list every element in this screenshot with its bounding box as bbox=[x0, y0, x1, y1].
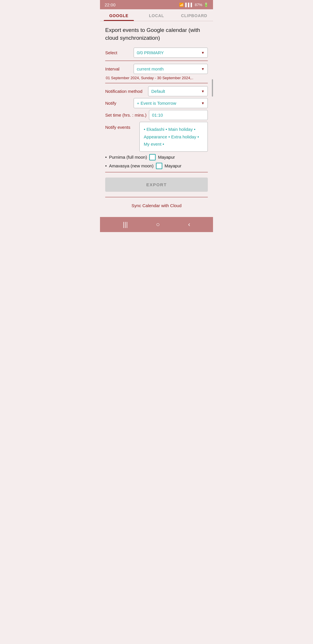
divider-1 bbox=[105, 61, 208, 61]
notify-events-label: Notify events bbox=[105, 122, 137, 130]
status-time: 22:00 bbox=[105, 2, 116, 7]
notify-row: Notify + Event is Tomorrow ▼ bbox=[105, 98, 208, 108]
select-arrow-icon: ▼ bbox=[201, 51, 205, 55]
notification-method-dropdown[interactable]: Default ▼ bbox=[148, 86, 208, 96]
main-content: Export events to Google calendar (with c… bbox=[100, 21, 213, 214]
set-time-value: 01:10 bbox=[152, 113, 163, 117]
battery-icon: 🔋 bbox=[204, 3, 208, 7]
select-row: Select 0/0 PRIMARY ▼ bbox=[105, 48, 208, 58]
notify-events-row: Notify events • Ekadashi • Main holiday … bbox=[105, 122, 208, 152]
home-nav-icon[interactable]: ○ bbox=[156, 221, 160, 228]
interval-arrow-icon: ▼ bbox=[201, 67, 205, 71]
purnima-checkbox[interactable] bbox=[149, 154, 156, 160]
battery-label: 87% bbox=[195, 3, 202, 7]
interval-label: Interval bbox=[105, 66, 131, 71]
tab-clipboard[interactable]: CLIPBOARD bbox=[175, 9, 213, 21]
page-title: Export events to Google calendar (with c… bbox=[105, 26, 208, 42]
purnima-mayapur-label: Mayapur bbox=[158, 155, 175, 160]
notification-method-value: Default bbox=[151, 89, 165, 94]
interval-dropdown[interactable]: current month ▼ bbox=[134, 64, 208, 74]
amavasya-label: Amavasya (new moon) bbox=[109, 163, 153, 168]
amavasya-mayapur-label: Mayapur bbox=[165, 163, 181, 168]
set-time-input[interactable]: 01:10 bbox=[149, 110, 208, 120]
select-dropdown[interactable]: 0/0 PRIMARY ▼ bbox=[134, 48, 208, 58]
amavasya-checkbox[interactable] bbox=[156, 163, 162, 169]
notification-method-row: Notification method Default ▼ bbox=[105, 86, 208, 96]
notify-arrow-icon: ▼ bbox=[201, 101, 205, 105]
notify-events-items: • Ekadashi • Main holiday • Appearance •… bbox=[144, 127, 199, 146]
select-value: 0/0 PRIMARY bbox=[137, 50, 164, 55]
signal-icon: ▌▌▌ bbox=[185, 3, 193, 7]
notification-method-label: Notification method bbox=[105, 89, 146, 94]
amavasya-bullet: • bbox=[105, 163, 107, 168]
export-button[interactable]: EXPORT bbox=[105, 178, 208, 192]
wifi-icon: 📶 bbox=[179, 3, 184, 7]
set-time-label: Set time (hrs. : mins.) bbox=[105, 113, 147, 117]
divider-4 bbox=[105, 197, 208, 197]
status-icons: 📶 ▌▌▌ 87% 🔋 bbox=[179, 3, 208, 7]
date-range: 01 September 2024, Sunday - 30 September… bbox=[106, 76, 208, 80]
divider-2 bbox=[105, 83, 208, 83]
content-wrapper: Export events to Google calendar (with c… bbox=[100, 21, 213, 217]
menu-nav-icon[interactable]: ||| bbox=[123, 221, 128, 228]
notify-events-box[interactable]: • Ekadashi • Main holiday • Appearance •… bbox=[139, 122, 208, 152]
notification-method-arrow-icon: ▼ bbox=[201, 89, 205, 93]
purnima-row: • Purnima (full moon) Mayapur bbox=[105, 154, 208, 160]
purnima-bullet: • bbox=[105, 155, 107, 160]
notify-dropdown[interactable]: + Event is Tomorrow ▼ bbox=[134, 98, 208, 108]
notify-value: + Event is Tomorrow bbox=[137, 101, 176, 106]
divider-3 bbox=[105, 172, 208, 172]
interval-row: Interval current month ▼ bbox=[105, 64, 208, 74]
set-time-row: Set time (hrs. : mins.) 01:10 bbox=[105, 110, 208, 120]
status-bar: 22:00 📶 ▌▌▌ 87% 🔋 bbox=[100, 0, 213, 9]
scrollbar[interactable] bbox=[212, 79, 213, 97]
tab-google[interactable]: GOOGLE bbox=[100, 9, 138, 21]
tab-local[interactable]: LOCAL bbox=[138, 9, 175, 21]
purnima-label: Purnima (full moon) bbox=[109, 155, 147, 160]
amavasya-row: • Amavasya (new moon) Mayapur bbox=[105, 163, 208, 169]
notify-label: Notify bbox=[105, 101, 131, 106]
select-label: Select bbox=[105, 50, 131, 55]
sync-calendar-link[interactable]: Sync Calendar with Cloud bbox=[105, 200, 208, 211]
back-nav-icon[interactable]: ‹ bbox=[188, 221, 190, 228]
tab-bar: GOOGLE LOCAL CLIPBOARD bbox=[100, 9, 213, 21]
bottom-nav: ||| ○ ‹ bbox=[100, 217, 213, 232]
interval-value: current month bbox=[137, 66, 164, 71]
